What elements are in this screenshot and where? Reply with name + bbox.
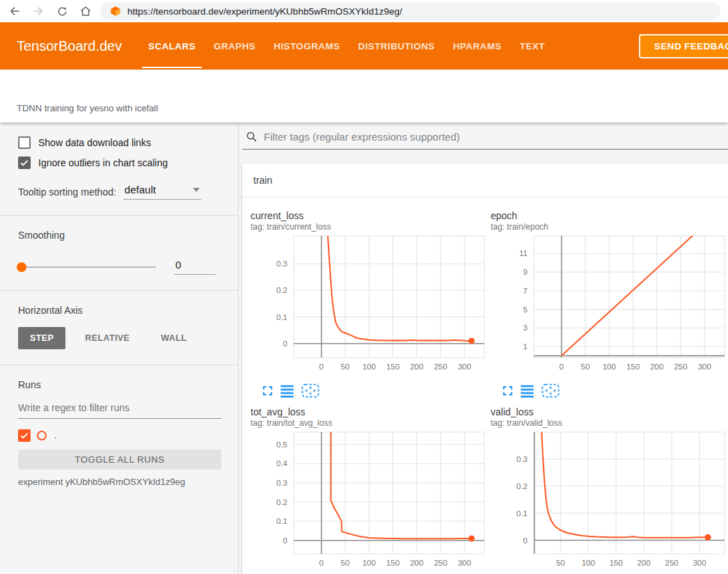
svg-text:100: 100 — [363, 362, 376, 371]
checkbox-label: Show data download links — [38, 137, 151, 148]
tab-scalars[interactable]: SCALARS — [139, 22, 205, 70]
svg-text:0: 0 — [319, 362, 324, 371]
svg-text:11: 11 — [519, 249, 528, 257]
chart-tag: tag: train/epoch — [491, 222, 726, 232]
svg-text:50: 50 — [581, 362, 590, 371]
nav-tabs: SCALARSGRAPHSHISTOGRAMSDISTRIBUTIONSHPAR… — [139, 22, 554, 70]
svg-text:100: 100 — [363, 559, 376, 567]
settings-sidebar: Show data download links Ignore outliers… — [0, 122, 239, 574]
step-axis-button[interactable]: STEP — [18, 327, 65, 349]
dropdown-caret-icon — [193, 188, 200, 192]
tab-hparams[interactable]: HPARAMS — [444, 22, 511, 70]
svg-text:0.2: 0.2 — [276, 498, 287, 507]
tag-filter-field[interactable]: Filter tags (regular expressions support… — [242, 131, 728, 150]
checkbox-checked-icon[interactable] — [18, 157, 31, 169]
svg-text:0: 0 — [319, 559, 324, 567]
svg-text:250: 250 — [674, 362, 687, 371]
browser-chrome: https://tensorboard.dev/experiment/yKUbh… — [0, 0, 728, 22]
tab-histograms[interactable]: HISTOGRAMS — [264, 22, 349, 70]
tensorboard-favicon — [110, 6, 121, 17]
run-color-swatch — [37, 431, 47, 440]
tooltip-sorting-select[interactable]: default — [123, 184, 201, 200]
svg-text:200: 200 — [410, 559, 423, 567]
fullscreen-icon[interactable] — [262, 385, 273, 396]
svg-text:150: 150 — [626, 362, 640, 371]
chart-plot-epoch[interactable]: 0501001502002503001357911 — [491, 234, 726, 377]
run-checkbox-checked-icon[interactable] — [18, 429, 31, 442]
svg-text:0.3: 0.3 — [516, 455, 528, 463]
tooltip-sorting-row: Tooltip sorting method: default — [18, 184, 219, 200]
chart-card-valid_loss: valid_losstag: train/valid_loss501001502… — [491, 406, 726, 574]
svg-text:0.5: 0.5 — [276, 440, 287, 449]
tab-text[interactable]: TEXT — [511, 22, 554, 70]
svg-text:200: 200 — [638, 559, 651, 567]
svg-text:100: 100 — [582, 559, 595, 567]
chart-plot-valid_loss[interactable]: 5010015020025030000.10.20.3 — [491, 430, 726, 573]
reload-icon[interactable] — [53, 2, 71, 20]
log-scale-icon[interactable] — [520, 384, 535, 398]
svg-text:50: 50 — [556, 559, 565, 567]
run-item: . — [18, 429, 219, 442]
svg-text:200: 200 — [650, 362, 663, 371]
checkbox-label: Ignore outliers in chart scaling — [38, 157, 168, 168]
fit-domain-icon[interactable] — [301, 383, 319, 398]
svg-text:3: 3 — [523, 324, 528, 332]
chart-title: current_loss — [251, 210, 486, 222]
relative-axis-button[interactable]: RELATIVE — [73, 327, 141, 349]
chart-plot-tot_avg_loss[interactable]: 05010015020025030000.10.20.30.40.5 — [251, 430, 486, 573]
svg-text:0.2: 0.2 — [516, 482, 528, 491]
fullscreen-icon[interactable] — [503, 385, 513, 396]
toggle-all-runs-button[interactable]: TOGGLE ALL RUNS — [18, 449, 221, 470]
runs-filter-input[interactable] — [18, 402, 221, 419]
url-text: https://tensorboard.dev/experiment/yKUbh… — [127, 6, 402, 17]
smoothing-slider-thumb[interactable] — [17, 262, 26, 272]
app-title[interactable]: TensorBoard.dev — [17, 38, 139, 54]
experiment-caption: experiment yKUbhb5wRmOSXYkId1z9eg — [18, 477, 219, 487]
runs-label: Runs — [18, 379, 219, 390]
ignore-outliers-checkbox-row[interactable]: Ignore outliers in chart scaling — [18, 157, 219, 169]
log-scale-icon[interactable] — [280, 384, 294, 398]
svg-text:250: 250 — [434, 362, 447, 371]
chart-card-current_loss: current_losstag: train/current_loss05010… — [251, 210, 486, 398]
tag-group-card: train current_losstag: train/current_los… — [242, 164, 728, 574]
svg-text:1: 1 — [523, 342, 528, 351]
wall-axis-button[interactable]: WALL — [149, 327, 198, 349]
url-bar[interactable]: https://tensorboard.dev/experiment/yKUbh… — [100, 2, 720, 20]
chart-plot-current_loss[interactable]: 05010015020025030000.10.20.3 — [251, 234, 486, 377]
chart-actions — [251, 383, 486, 398]
horizontal-axis-section: Horizontal Axis STEP RELATIVE WALL — [0, 291, 238, 365]
svg-text:5: 5 — [523, 305, 528, 314]
chart-card-tot_avg_loss: tot_avg_losstag: train/tot_avg_loss05010… — [251, 406, 486, 574]
tab-graphs[interactable]: GRAPHS — [205, 22, 264, 70]
back-icon[interactable] — [6, 2, 24, 20]
svg-text:50: 50 — [341, 559, 350, 567]
chart-tag: tag: train/current_loss — [251, 222, 486, 232]
svg-text:150: 150 — [386, 362, 399, 371]
smoothing-value-field[interactable]: 0 — [174, 259, 216, 275]
svg-text:300: 300 — [693, 559, 706, 567]
svg-text:50: 50 — [341, 362, 350, 371]
horizontal-axis-buttons: STEP RELATIVE WALL — [18, 327, 219, 349]
home-icon[interactable] — [77, 2, 95, 20]
smoothing-slider[interactable] — [18, 266, 156, 268]
show-download-links-checkbox-row[interactable]: Show data download links — [18, 136, 219, 149]
svg-text:300: 300 — [458, 559, 471, 567]
checkbox-unchecked-icon[interactable] — [18, 136, 31, 149]
app-header: TensorBoard.dev SCALARSGRAPHSHISTOGRAMSD… — [0, 22, 728, 70]
fit-domain-icon[interactable] — [541, 383, 560, 398]
tooltip-sorting-label: Tooltip sorting method: — [18, 186, 116, 200]
chart-title: valid_loss — [491, 406, 726, 418]
svg-text:150: 150 — [386, 559, 399, 567]
svg-text:250: 250 — [434, 559, 447, 567]
forward-icon[interactable] — [29, 2, 47, 20]
svg-text:9: 9 — [523, 268, 528, 276]
smoothing-label: Smoothing — [18, 230, 219, 241]
tab-distributions[interactable]: DISTRIBUTIONS — [349, 22, 444, 70]
tag-group-header[interactable]: train — [242, 164, 728, 198]
tag-filter-placeholder: Filter tags (regular expressions support… — [264, 131, 460, 143]
svg-text:0: 0 — [523, 536, 528, 545]
send-feedback-button[interactable]: SEND FEEDBACK — [639, 34, 728, 58]
svg-text:100: 100 — [603, 362, 616, 371]
svg-text:0.4: 0.4 — [276, 459, 288, 468]
chart-tag: tag: train/tot_avg_loss — [251, 418, 486, 429]
